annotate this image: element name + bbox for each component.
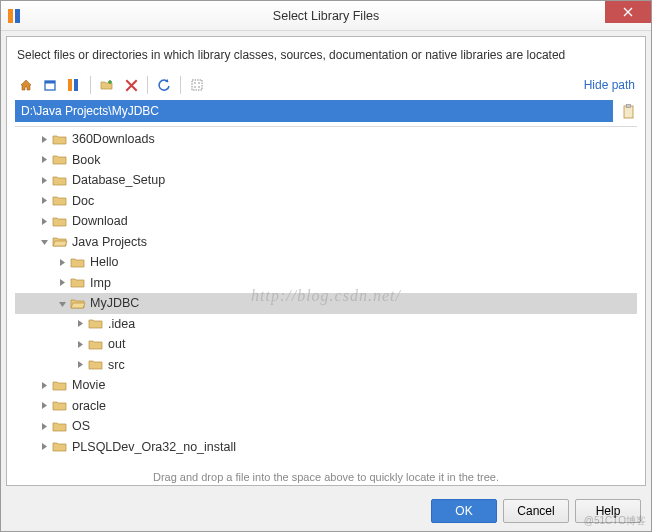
svg-point-7 bbox=[194, 82, 196, 84]
expand-arrow-icon[interactable] bbox=[37, 153, 51, 167]
folder-icon bbox=[52, 153, 68, 167]
new-folder-icon[interactable] bbox=[96, 74, 118, 96]
tree-node-label: MyJDBC bbox=[90, 296, 139, 310]
expand-arrow-icon[interactable] bbox=[73, 358, 87, 372]
folder-icon bbox=[52, 399, 68, 413]
svg-rect-11 bbox=[624, 106, 633, 118]
tree-node-label: src bbox=[108, 358, 125, 372]
expand-arrow-icon[interactable] bbox=[73, 317, 87, 331]
tree-node[interactable]: PLSQLDev_Ora32_no_install bbox=[15, 437, 637, 458]
tree-node[interactable]: src bbox=[15, 355, 637, 376]
file-tree[interactable]: 360DownloadsBookDatabase_SetupDocDownloa… bbox=[15, 127, 637, 457]
folder-icon bbox=[52, 378, 68, 392]
svg-rect-0 bbox=[8, 9, 13, 23]
tree-node[interactable]: OS bbox=[15, 416, 637, 437]
expand-arrow-icon[interactable] bbox=[37, 378, 51, 392]
tree-node[interactable]: Imp bbox=[15, 273, 637, 294]
svg-rect-3 bbox=[45, 81, 55, 84]
folder-icon bbox=[88, 337, 104, 351]
folder-icon bbox=[52, 214, 68, 228]
tree-node-label: Download bbox=[72, 214, 128, 228]
expand-arrow-icon[interactable] bbox=[37, 399, 51, 413]
expand-arrow-icon[interactable] bbox=[73, 337, 87, 351]
svg-rect-4 bbox=[68, 79, 72, 91]
dialog-body: Select files or directories in which lib… bbox=[6, 36, 646, 486]
tree-node-label: 360Downloads bbox=[72, 132, 155, 146]
svg-point-9 bbox=[194, 86, 196, 88]
folder-icon bbox=[70, 255, 86, 269]
folder-icon bbox=[88, 317, 104, 331]
folder-icon bbox=[70, 276, 86, 290]
project-icon[interactable] bbox=[39, 74, 61, 96]
tree-node[interactable]: Java Projects bbox=[15, 232, 637, 253]
tree-node-label: .idea bbox=[108, 317, 135, 331]
tree-container: 360DownloadsBookDatabase_SetupDocDownloa… bbox=[15, 126, 637, 467]
module-icon[interactable] bbox=[63, 74, 85, 96]
folder-icon bbox=[52, 194, 68, 208]
expand-arrow-icon[interactable] bbox=[37, 440, 51, 454]
tree-node-label: Java Projects bbox=[72, 235, 147, 249]
dialog-window: Select Library Files Select files or dir… bbox=[0, 0, 652, 532]
tree-node[interactable]: Movie bbox=[15, 375, 637, 396]
help-button[interactable]: Help bbox=[575, 499, 641, 523]
button-bar: OK Cancel Help bbox=[1, 491, 651, 531]
ok-button[interactable]: OK bbox=[431, 499, 497, 523]
tree-node-label: Database_Setup bbox=[72, 173, 165, 187]
dialog-title: Select Library Files bbox=[1, 9, 651, 23]
toolbar-separator bbox=[147, 76, 148, 94]
tree-node-label: Imp bbox=[90, 276, 111, 290]
tree-node[interactable]: Doc bbox=[15, 191, 637, 212]
tree-node[interactable]: out bbox=[15, 334, 637, 355]
tree-node-label: Hello bbox=[90, 255, 119, 269]
expand-arrow-icon[interactable] bbox=[37, 214, 51, 228]
tree-node-label: OS bbox=[72, 419, 90, 433]
tree-node[interactable]: 360Downloads bbox=[15, 129, 637, 150]
history-icon[interactable] bbox=[619, 100, 637, 122]
close-button[interactable] bbox=[605, 1, 651, 23]
hint-text: Drag and drop a file into the space abov… bbox=[7, 467, 645, 485]
app-icon bbox=[1, 2, 29, 30]
expand-arrow-icon[interactable] bbox=[55, 296, 69, 310]
svg-rect-1 bbox=[15, 9, 20, 23]
tree-node-label: oracle bbox=[72, 399, 106, 413]
tree-node[interactable]: Database_Setup bbox=[15, 170, 637, 191]
expand-arrow-icon[interactable] bbox=[37, 235, 51, 249]
delete-icon[interactable] bbox=[120, 74, 142, 96]
expand-arrow-icon[interactable] bbox=[37, 419, 51, 433]
svg-rect-5 bbox=[74, 79, 78, 91]
tree-node[interactable]: Download bbox=[15, 211, 637, 232]
refresh-icon[interactable] bbox=[153, 74, 175, 96]
svg-rect-12 bbox=[626, 104, 630, 107]
show-hidden-icon[interactable] bbox=[186, 74, 208, 96]
folder-icon bbox=[52, 419, 68, 433]
cancel-button[interactable]: Cancel bbox=[503, 499, 569, 523]
folder-icon bbox=[52, 440, 68, 454]
path-row bbox=[7, 100, 645, 126]
tree-node-label: Doc bbox=[72, 194, 94, 208]
hide-path-link[interactable]: Hide path bbox=[584, 78, 637, 92]
toolbar-separator bbox=[90, 76, 91, 94]
svg-point-10 bbox=[198, 86, 200, 88]
home-icon[interactable] bbox=[15, 74, 37, 96]
svg-rect-6 bbox=[192, 80, 202, 90]
expand-arrow-icon[interactable] bbox=[55, 255, 69, 269]
svg-point-8 bbox=[198, 82, 200, 84]
toolbar: Hide path bbox=[7, 72, 645, 100]
folder-icon bbox=[88, 358, 104, 372]
expand-arrow-icon[interactable] bbox=[37, 132, 51, 146]
folder-icon bbox=[52, 132, 68, 146]
tree-node[interactable]: MyJDBC bbox=[15, 293, 637, 314]
path-input[interactable] bbox=[15, 100, 613, 122]
tree-node-label: out bbox=[108, 337, 125, 351]
tree-node-label: Book bbox=[72, 153, 101, 167]
tree-node[interactable]: oracle bbox=[15, 396, 637, 417]
expand-arrow-icon[interactable] bbox=[37, 194, 51, 208]
titlebar: Select Library Files bbox=[1, 1, 651, 31]
tree-node[interactable]: Book bbox=[15, 150, 637, 171]
tree-node[interactable]: Hello bbox=[15, 252, 637, 273]
tree-node[interactable]: .idea bbox=[15, 314, 637, 335]
expand-arrow-icon[interactable] bbox=[55, 276, 69, 290]
expand-arrow-icon[interactable] bbox=[37, 173, 51, 187]
folder-icon bbox=[70, 296, 86, 310]
tree-node-label: Movie bbox=[72, 378, 105, 392]
